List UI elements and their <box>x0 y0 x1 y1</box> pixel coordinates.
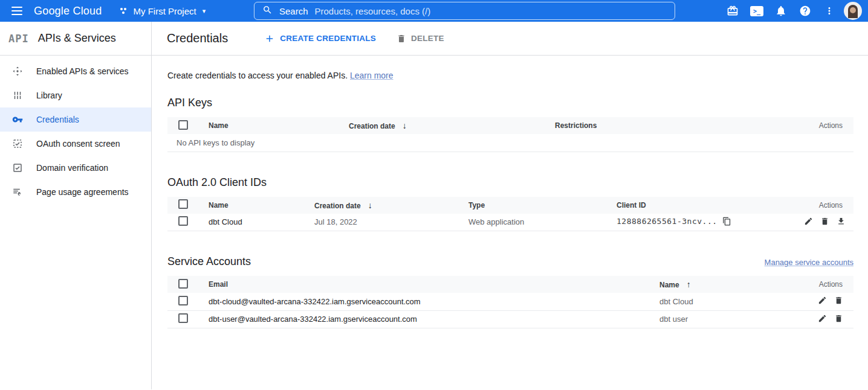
project-icon <box>118 6 128 16</box>
delete-button[interactable]: DELETE <box>397 34 444 43</box>
column-header-actions: Actions <box>793 117 853 134</box>
topbar: Google Cloud My First Project ▾ Search P… <box>0 0 868 22</box>
sidebar-item-domain-verification[interactable]: Domain verification <box>0 156 151 180</box>
column-header-actions: Actions <box>787 197 853 214</box>
column-header-restrictions[interactable]: Restrictions <box>545 117 793 134</box>
column-header-name[interactable]: Name↑ <box>650 276 801 293</box>
empty-state-text: No API keys to display <box>167 134 853 152</box>
intro-sentence: Create credentials to access your enable… <box>167 71 348 80</box>
oauth-clients-table: Name Creation date↓ Type Client ID Actio… <box>167 197 853 232</box>
promotions-button[interactable] <box>723 1 742 21</box>
select-all-checkbox[interactable] <box>178 279 188 289</box>
learn-more-link[interactable]: Learn more <box>350 71 394 80</box>
edit-service-account-button[interactable] <box>818 296 827 307</box>
delete-service-account-button[interactable] <box>834 314 843 325</box>
manage-service-accounts-link[interactable]: Manage service accounts <box>765 258 853 267</box>
sidebar-item-label: Domain verification <box>36 163 108 173</box>
download-icon <box>837 217 846 226</box>
table-row: dbt Cloud Jul 18, 2022 Web application 1… <box>167 214 853 231</box>
service-account-email: dbt-cloud@vaulted-arcana-332422.iam.gser… <box>199 293 650 310</box>
client-name: dbt Cloud <box>199 214 305 231</box>
page-title: Credentials <box>167 31 228 45</box>
sidebar-item-oauth-consent[interactable]: OAuth consent screen <box>0 132 151 156</box>
cloud-shell-button[interactable]: >_ <box>747 1 766 21</box>
oauth-header-row: Name Creation date↓ Type Client ID Actio… <box>167 197 853 214</box>
sidebar-item-label: OAuth consent screen <box>36 139 120 149</box>
select-all-checkbox[interactable] <box>178 199 188 209</box>
help-icon <box>799 5 811 17</box>
row-actions <box>801 293 853 310</box>
trash-icon <box>834 296 843 305</box>
help-button[interactable] <box>795 1 815 21</box>
client-type: Web application <box>459 214 607 231</box>
service-accounts-header-row: Email Name↑ Actions <box>167 276 853 293</box>
key-icon <box>12 114 23 125</box>
search-label: Search <box>279 6 308 16</box>
sidebar-item-enabled-apis[interactable]: Enabled APIs & services <box>0 59 151 83</box>
column-header-creation-date[interactable]: Creation date↓ <box>339 117 545 134</box>
api-keys-table: Name Creation date↓ Restrictions Actions… <box>167 117 853 152</box>
avatar[interactable] <box>844 2 862 20</box>
select-all-checkbox[interactable] <box>178 120 188 130</box>
column-header-name[interactable]: Name <box>199 117 339 134</box>
column-header-client-id[interactable]: Client ID <box>607 197 787 214</box>
sidebar-item-library[interactable]: Library <box>0 83 151 107</box>
hamburger-icon <box>11 7 22 15</box>
topbar-actions: >_ <box>723 0 862 22</box>
download-client-button[interactable] <box>837 217 846 228</box>
more-options-button[interactable] <box>820 1 839 21</box>
project-name: My First Project <box>133 6 196 16</box>
page-header-row: API APIs & Services Credentials CREATE C… <box>0 22 868 56</box>
main-content: Create credentials to access your enable… <box>152 56 868 389</box>
edit-client-button[interactable] <box>804 217 813 228</box>
sidebar-item-credentials[interactable]: Credentials <box>0 107 151 132</box>
sidebar-item-label: Library <box>36 91 62 100</box>
trash-icon <box>834 314 843 323</box>
api-keys-empty-row: No API keys to display <box>167 134 853 152</box>
gift-icon <box>727 5 739 17</box>
search-bar[interactable]: Search Products, resources, docs (/) <box>254 2 675 20</box>
create-credentials-label: CREATE CREDENTIALS <box>280 34 376 43</box>
trash-icon <box>820 217 829 226</box>
search-placeholder: Products, resources, docs (/) <box>315 6 431 16</box>
service-accounts-title: Service Accounts <box>167 255 251 268</box>
delete-client-button[interactable] <box>820 217 829 228</box>
sidebar-item-label: Enabled APIs & services <box>36 66 129 76</box>
client-id-value: 128886265561-3ncv... <box>617 217 717 226</box>
service-account-email: dbt-user@vaulted-arcana-332422.iam.gserv… <box>199 310 650 328</box>
api-product-icon: API <box>8 33 29 45</box>
row-checkbox[interactable] <box>178 296 188 305</box>
row-checkbox[interactable] <box>178 313 188 323</box>
column-header-name[interactable]: Name <box>199 197 305 214</box>
sidebar-nav: Enabled APIs & services Library Credenti… <box>0 56 152 389</box>
hamburger-menu-button[interactable] <box>0 0 34 22</box>
oauth-consent-icon <box>12 138 23 149</box>
cloud-shell-icon: >_ <box>750 6 763 16</box>
google-cloud-logo[interactable]: Google Cloud <box>34 5 102 18</box>
edit-icon <box>818 314 827 323</box>
project-selector[interactable]: My First Project ▾ <box>118 6 206 16</box>
column-header-actions: Actions <box>801 276 853 293</box>
service-accounts-table: Email Name↑ Actions dbt-cloud@vaulted-ar… <box>167 276 853 328</box>
edit-icon <box>818 296 827 305</box>
sort-asc-icon: ↑ <box>687 280 691 289</box>
edit-icon <box>804 217 813 226</box>
delete-service-account-button[interactable] <box>834 296 843 307</box>
trash-icon <box>397 34 406 43</box>
search-icon <box>262 5 273 17</box>
create-credentials-button[interactable]: CREATE CREDENTIALS <box>264 33 376 44</box>
sidebar-header: API APIs & Services <box>0 22 152 55</box>
sidebar-title: APIs & Services <box>38 32 116 45</box>
edit-service-account-button[interactable] <box>818 314 827 325</box>
row-checkbox[interactable] <box>178 216 188 226</box>
copy-client-id-button[interactable] <box>722 217 731 228</box>
column-header-creation-date[interactable]: Creation date↓ <box>305 197 459 214</box>
notifications-button[interactable] <box>771 1 791 21</box>
main-header: Credentials CREATE CREDENTIALS DELETE <box>152 22 868 55</box>
column-header-email[interactable]: Email <box>199 276 650 293</box>
column-header-type[interactable]: Type <box>459 197 607 214</box>
sort-desc-icon: ↓ <box>403 121 407 130</box>
row-actions <box>801 310 853 328</box>
table-row: dbt-cloud@vaulted-arcana-332422.iam.gser… <box>167 293 853 310</box>
sidebar-item-page-usage-agreements[interactable]: Page usage agreements <box>0 180 151 204</box>
